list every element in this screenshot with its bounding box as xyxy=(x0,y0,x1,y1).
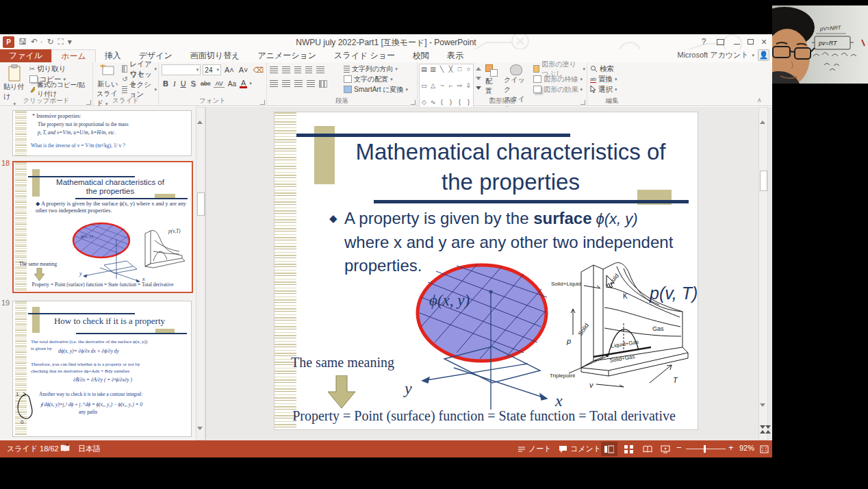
clipboard-dialog-launcher[interactable] xyxy=(86,100,91,105)
scroll-down-arrow[interactable] xyxy=(197,430,205,438)
tab-review[interactable]: 校閲 xyxy=(404,49,438,62)
same-meaning-label[interactable]: The same meaning xyxy=(291,355,394,371)
tab-animations[interactable]: アニメーション xyxy=(248,49,325,62)
zoom-slider-track[interactable] xyxy=(686,449,726,449)
account-area[interactable]: Microsoft アカウント ▾ 👤 xyxy=(678,49,769,61)
bullets-button[interactable] xyxy=(270,66,278,73)
thumbnail-slide-18[interactable]: Mathematical characteristics ofthe prope… xyxy=(12,161,193,293)
bold-button[interactable]: B xyxy=(162,79,170,88)
slideshow-view-button[interactable] xyxy=(657,442,674,456)
surface-ellipse[interactable] xyxy=(414,262,551,366)
replace-button[interactable]: ab置換▾ xyxy=(589,74,635,84)
character-spacing-button[interactable]: AV xyxy=(214,80,224,88)
ribbon-display-options-button[interactable] xyxy=(713,34,727,49)
font-dialog-launcher[interactable] xyxy=(260,100,265,105)
collapse-ribbon-button[interactable]: ∧ xyxy=(757,97,762,103)
notes-button[interactable]: ノート xyxy=(518,444,552,454)
section-button[interactable]: セクション▾ xyxy=(120,84,157,95)
shape-effects-button[interactable]: 図形の効果▾ xyxy=(532,84,585,95)
slide-stripe-decoration xyxy=(275,112,296,429)
thumb18-same-meaning: The same meaning xyxy=(19,261,57,267)
spell-check-button[interactable] xyxy=(60,443,70,454)
tab-home[interactable]: ホーム xyxy=(51,49,96,62)
zoom-slider-thumb[interactable] xyxy=(704,445,706,453)
paragraph-dialog-launcher[interactable] xyxy=(411,100,416,105)
thumb19-line6: any paths xyxy=(79,410,97,415)
down-block-arrow[interactable] xyxy=(328,375,355,408)
zoom-level[interactable]: 92% xyxy=(739,444,754,452)
shape-outline-button[interactable]: 図形の枠線▾ xyxy=(532,74,585,84)
x-axis-label: x xyxy=(555,392,563,410)
decrease-indent-button[interactable] xyxy=(294,66,301,73)
increase-indent-button[interactable] xyxy=(305,66,312,73)
fit-to-window-button[interactable] xyxy=(756,442,772,456)
help-button[interactable]: ? xyxy=(697,34,711,49)
line-spacing-button[interactable] xyxy=(316,66,324,73)
shape-fill-button[interactable]: 図形の塗りつぶし▾ xyxy=(532,64,585,74)
change-case-button[interactable]: Aa xyxy=(227,80,238,88)
justify-button[interactable] xyxy=(307,80,315,87)
pvt-surface-figure[interactable]: Solid+Liquid Liquid K Gas Liquid+Gas Sol… xyxy=(548,246,698,392)
slide-canvas[interactable]: Mathematical characteristics ofthe prope… xyxy=(274,112,698,430)
cut-button[interactable]: ✂切り取り xyxy=(28,64,91,74)
shapes-gallery-scrollbar[interactable] xyxy=(476,64,481,92)
scroll-up-arrow[interactable] xyxy=(760,109,767,117)
scrollbar-thumb[interactable] xyxy=(197,192,205,216)
spell-check-icon xyxy=(60,443,70,453)
font-name-combo[interactable]: ▾ xyxy=(162,64,201,75)
scroll-down-arrow[interactable] xyxy=(760,407,767,415)
thumbnail-slide-17[interactable]: * Intensive properties: The property not… xyxy=(12,110,192,156)
align-text-button[interactable]: 文字の配置▾ xyxy=(342,74,408,84)
tab-insert[interactable]: 挿入 xyxy=(96,49,130,62)
scroll-up-arrow[interactable] xyxy=(197,109,205,117)
webcam-scene: pV=NRT pv=RT xyxy=(772,5,868,84)
slide-title[interactable]: Mathematical characteristics ofthe prope… xyxy=(322,137,699,197)
tab-file[interactable]: ファイル xyxy=(0,49,51,62)
tab-view[interactable]: 表示 xyxy=(438,49,472,62)
language-indicator[interactable]: 日本語 xyxy=(78,444,101,454)
slide-sorter-view-button[interactable] xyxy=(620,442,637,456)
text-shadow-button[interactable]: S xyxy=(190,79,197,88)
find-button[interactable]: 検索 xyxy=(589,64,635,74)
mouse-cursor xyxy=(606,275,615,288)
format-painter-button[interactable]: 書式のコピー/貼り付け xyxy=(28,84,91,95)
convert-smartart-button[interactable]: SmartArt に変換▾ xyxy=(342,84,408,95)
slide-bottom-statement[interactable]: Property = Point (surface) function = St… xyxy=(275,408,693,424)
zoom-in-button[interactable]: + xyxy=(728,442,734,453)
quick-styles-icon xyxy=(510,64,522,75)
restore-button[interactable] xyxy=(743,34,757,49)
close-button[interactable]: × xyxy=(757,34,771,49)
editor-scrollbar[interactable] xyxy=(758,107,768,440)
text-direction-button[interactable]: 文字列の方向▾ xyxy=(342,64,408,74)
grow-font-button[interactable]: A˄ xyxy=(223,66,235,74)
scrollbar-thumb[interactable] xyxy=(760,171,767,191)
reading-view-button[interactable] xyxy=(639,442,656,456)
thumbnail-slide-19[interactable]: How to check if it is a property The tot… xyxy=(12,301,192,437)
drawing-dialog-launcher[interactable] xyxy=(580,100,585,105)
comments-button[interactable]: コメント xyxy=(559,444,601,454)
minimize-button[interactable] xyxy=(730,34,743,49)
align-text-icon xyxy=(344,75,352,83)
align-left-button[interactable] xyxy=(270,80,278,87)
font-size-combo[interactable]: 24▾ xyxy=(203,64,221,75)
select-cursor-icon xyxy=(590,86,596,93)
align-right-button[interactable] xyxy=(294,80,303,87)
clear-formatting-button[interactable]: ⌫ xyxy=(251,66,265,75)
numbering-button[interactable] xyxy=(282,66,290,73)
thumbnail-panel-scrollbar[interactable] xyxy=(196,107,205,440)
strikethrough-button[interactable]: abc xyxy=(199,80,212,87)
phi-label: ϕ(x, y) xyxy=(429,292,470,310)
shrink-font-button[interactable]: A˅ xyxy=(238,66,250,74)
select-button[interactable]: 選択▾ xyxy=(589,84,635,95)
font-color-button[interactable]: A xyxy=(240,79,247,88)
underline-button[interactable]: U xyxy=(179,79,188,88)
panel-divider[interactable] xyxy=(205,107,206,440)
tab-slideshow[interactable]: スライド ショー xyxy=(325,49,404,62)
align-center-button[interactable] xyxy=(282,80,290,87)
columns-button[interactable] xyxy=(319,80,327,88)
next-slide-button[interactable] xyxy=(760,429,767,437)
normal-view-button[interactable] xyxy=(601,442,617,456)
tab-transitions[interactable]: 画面切り替え xyxy=(181,49,249,62)
italic-button[interactable]: I xyxy=(172,79,177,88)
zoom-out-button[interactable]: − xyxy=(676,442,682,453)
